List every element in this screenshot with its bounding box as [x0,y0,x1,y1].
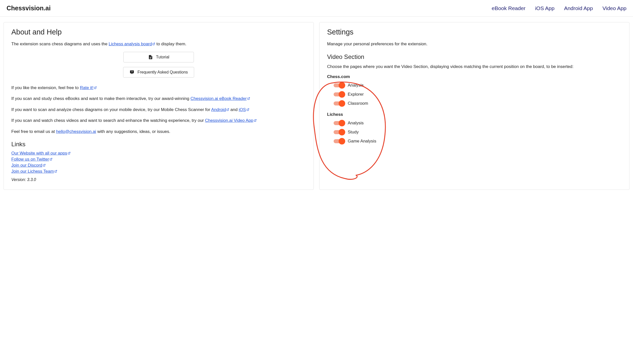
mobile-paragraph: If you want to scan and analyze chess di… [11,106,306,113]
nav-ios-app[interactable]: iOS App [535,5,554,11]
ebook-paragraph: If you scan and study chess eBooks and w… [11,95,306,102]
toggle-label: Classroom [348,101,368,106]
video-section-title: Video Section [327,53,622,60]
toggle-lichess-game-analysis[interactable] [334,139,344,143]
brand-logo: Chessvision.ai [7,5,51,12]
external-link-icon [152,43,155,45]
twitter-link[interactable]: Follow us on Twitter [11,157,306,162]
version-label: Version: 3.3.0 [11,177,306,182]
external-link-icon [43,164,46,167]
toggle-lichess-analysis[interactable] [334,121,344,125]
toggle-label: Analysis [348,83,364,88]
toggle-group-chesscom: Chess.com Analysis Explorer Classroom [327,74,622,108]
external-link-icon [226,108,229,111]
toggle-label: Analysis [348,121,364,126]
email-paragraph: Feel free to email us at hello@chessvisi… [11,128,306,135]
android-link[interactable]: Android [211,107,229,112]
document-icon [148,55,153,60]
external-link-icon [54,170,57,173]
toggle-row: Analysis [327,81,622,90]
help-buttons: Tutorial ? Frequently Asked Questions [11,52,306,78]
website-link[interactable]: Our Website with all our apps [11,151,306,156]
nav-video-app[interactable]: Video App [603,5,626,11]
toggle-row: Classroom [327,99,622,108]
toggle-row: Analysis [327,119,622,128]
nav-android-app[interactable]: Android App [564,5,593,11]
about-panel: About and Help The extension scans chess… [4,22,314,190]
rate-link[interactable]: Rate it! [80,85,97,90]
rate-paragraph: If you like the extension, feel free to … [11,85,306,91]
toggle-row: Study [327,128,622,137]
top-nav: eBook Reader iOS App Android App Video A… [492,5,626,11]
links-list: Our Website with all our apps Follow us … [11,151,306,174]
email-link[interactable]: hello@chessvision.ai [56,129,96,134]
toggle-chesscom-analysis[interactable] [334,83,344,87]
video-paragraph: If you scan and watch chess videos and w… [11,117,306,124]
ios-link[interactable]: iOS [239,107,249,112]
toggle-chesscom-explorer[interactable] [334,92,344,96]
lichess-analysis-link[interactable]: Lichess analysis board [109,42,155,46]
toggle-row: Game Analysis [327,137,622,146]
external-link-icon [247,108,249,111]
about-title: About and Help [11,28,306,36]
toggle-row: Explorer [327,90,622,99]
about-intro: The extension scans chess diagrams and u… [11,41,306,47]
main: About and Help The extension scans chess… [0,17,633,195]
settings-title: Settings [327,28,622,36]
faq-button[interactable]: ? Frequently Asked Questions [123,67,194,78]
toggle-label: Game Analysis [348,139,376,144]
links-title: Links [11,141,306,148]
toggle-group-lichess: Lichess Analysis Study Game Analysis [327,112,622,146]
question-icon: ? [129,70,134,75]
svg-text:?: ? [131,70,133,73]
settings-panel: Settings Manage your personal preference… [319,22,629,190]
external-link-icon [254,119,257,122]
nav-ebook-reader[interactable]: eBook Reader [492,5,525,11]
toggle-chesscom-classroom[interactable] [334,101,344,105]
header: Chessvision.ai eBook Reader iOS App Andr… [0,0,633,17]
external-link-icon [68,152,71,155]
toggle-lichess-study[interactable] [334,130,344,134]
external-link-icon [247,97,250,100]
external-link-icon [94,86,97,89]
video-section-desc: Choose the pages where you want the Vide… [327,63,622,70]
group-label-chesscom: Chess.com [327,74,622,79]
lichess-team-link[interactable]: Join our Lichess Team [11,169,306,174]
video-app-link[interactable]: Chessvision.ai Video App [205,118,257,123]
settings-subtitle: Manage your personal preferences for the… [327,41,622,47]
discord-link[interactable]: Join our Discord [11,163,306,168]
tutorial-button[interactable]: Tutorial [123,52,194,62]
toggle-label: Explorer [348,92,364,97]
ebook-reader-link[interactable]: Chessvision.ai eBook Reader [191,96,250,101]
external-link-icon [50,158,52,161]
toggle-label: Study [348,130,359,135]
group-label-lichess: Lichess [327,112,622,117]
